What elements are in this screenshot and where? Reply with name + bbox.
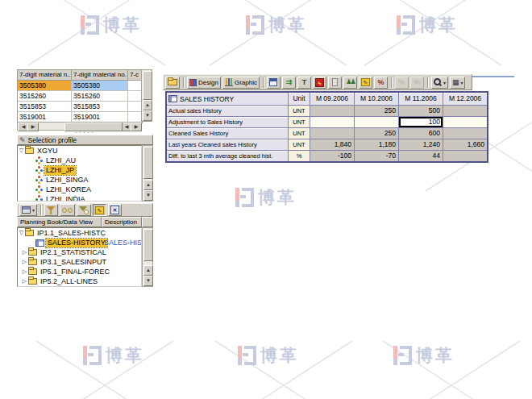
data-view-item[interactable]: SALES-HISTORYSALES-HISTORY [18,238,141,247]
calculator-button[interactable] [267,77,281,89]
grid-value-cell[interactable]: 250 [355,106,398,116]
planning-book-item[interactable]: ▷IP_ADHOC-FC-QUAN [18,286,141,287]
selection-window-button[interactable]: ▾ [19,204,37,216]
scrollbar-thumb[interactable] [143,147,153,179]
grid-value-cell[interactable] [355,117,398,127]
selection-profile-label[interactable]: LZHI_INDIA [44,195,87,202]
percent-edit-button[interactable]: % [374,77,388,89]
material-table-row[interactable]: 35053803505380 [18,81,142,91]
grid-value-cell[interactable] [443,151,487,161]
percent-copy-button[interactable]: % [395,77,409,89]
grid-row-label[interactable]: Last years Cleaned sales History [167,139,288,150]
planning-book-label[interactable]: IP5.1_FINAL-FOREC [39,268,111,276]
planning-book-label[interactable]: IP3.1_SALESINPUT [39,258,108,267]
simulation-button[interactable]: ϟ [313,77,326,89]
material-table-row[interactable]: 35152603515260 [18,91,142,102]
planning-book-label[interactable]: IP5.2_ALL-LINES [39,277,99,286]
planning-book-label[interactable]: IP_ADHOC-FC-QUAN [39,287,114,288]
material-table-vscrollbar[interactable]: ▲▼ [141,69,152,122]
grid-value-cell[interactable] [310,117,354,127]
scrollbar-thumb[interactable] [143,71,152,100]
filter-display-button[interactable] [77,204,91,216]
planning-tree-vscrollbar[interactable]: ▲▼ [142,227,153,287]
scroll-down-button[interactable]: ▼ [143,110,152,121]
grid-unit-cell[interactable]: UNT [289,128,310,139]
transfer-button[interactable]: T [297,77,311,89]
grid-value-cell[interactable] [443,106,487,116]
description-column-header[interactable]: Description [102,217,142,227]
open-button[interactable] [165,77,180,89]
grid-value-cell[interactable]: -70 [355,151,398,161]
planning-book-item[interactable]: ▷IP5.1_FINAL-FOREC [18,267,141,276]
selection-profile-label[interactable]: LZHI_KOREA [44,185,93,194]
grid-value-cell[interactable]: 100 [399,117,443,127]
planning-book-item[interactable]: ▷IP2.1_STATISTICAL [18,247,141,257]
material-column-header[interactable]: 7-digit material no. [72,70,128,81]
scroll-down-button[interactable]: ▼ [143,276,153,286]
grid-column-header[interactable]: M 12.2006 [443,93,487,105]
selection-profile-item[interactable]: LZHI_AU [18,156,141,165]
grid-column-header[interactable]: Unit [289,93,310,105]
tree-node-root[interactable]: ▽XGYU [18,146,141,156]
scroll-up-button[interactable]: ▲ [143,180,153,190]
grid-value-cell[interactable] [443,117,487,127]
material-table-row[interactable]: 35158533515853 [18,102,142,112]
grid-value-cell[interactable] [443,128,487,139]
grid-value-cell[interactable]: 1,240 [399,139,443,150]
grid-column-header[interactable]: M 10.2006 [355,93,398,105]
expanded-arrow-icon[interactable]: ▽ [18,230,25,236]
planning-book-item[interactable]: ▷IP3.1_SALESINPUT [18,257,141,267]
collaboration-button[interactable]: ♟♟ [343,77,357,89]
material-cell[interactable] [128,91,142,102]
grid-value-cell[interactable]: 1,840 [310,139,354,150]
expanded-arrow-icon[interactable]: ▽ [18,148,25,154]
grid-unit-cell[interactable]: UNT [289,106,310,116]
planning-book-label[interactable]: IP2.1_STATISTICAL [39,248,108,257]
material-cell[interactable]: 3505380 [18,81,72,91]
scroll-down-button[interactable]: ▼ [143,190,153,201]
display-button[interactable] [60,204,75,216]
scrollbar-thumb[interactable] [143,229,153,261]
eraser-button[interactable] [328,77,342,89]
grid-unit-cell[interactable]: UNT [289,117,310,127]
grid-column-header[interactable]: M 09.2006 [310,93,354,105]
collapsed-arrow-icon[interactable]: ▷ [21,268,28,275]
notes-button[interactable]: ✎ [93,204,106,216]
material-cell[interactable] [128,81,142,91]
selection-profile-item[interactable]: LZHI_INDIA [18,194,141,202]
grid-value-cell[interactable]: 44 [399,151,443,161]
graphic-button[interactable]: Graphic [222,77,260,89]
material-cell[interactable]: 3515853 [18,102,72,112]
grid-unit-cell[interactable]: % [289,151,310,161]
grid-value-cell[interactable]: -100 [310,151,354,161]
design-button[interactable]: Design [187,77,221,89]
grid-row-label[interactable]: Adjustment to Sales History [167,117,288,127]
scroll-up-button[interactable]: ▲ [143,265,153,276]
filter-button[interactable] [44,204,58,216]
data-view-label[interactable]: SALES-HISTORY [46,239,107,247]
notes-button[interactable]: ✎ [359,77,372,89]
grid-value-cell[interactable]: 1,180 [355,139,398,150]
collapsed-arrow-icon[interactable]: ▷ [21,278,28,285]
grid-value-cell[interactable] [310,106,354,116]
grid-row-label[interactable]: Diff. to last 3 mth average cleaned hist… [167,151,288,161]
material-cell[interactable]: 3515260 [18,91,72,102]
selection-profile-label[interactable]: LZHI_AU [44,156,77,165]
planning-book-label[interactable]: IP1.1_SALES-HISTC [35,229,107,238]
dropdown-arrow-icon[interactable]: ▾ [443,80,446,85]
material-cell[interactable]: 3515260 [72,91,128,102]
scroll-up-button[interactable]: ▲ [143,100,152,110]
collapsed-arrow-icon[interactable]: ▷ [21,249,28,256]
material-column-header[interactable]: 7-digit material n.. [18,70,72,81]
selection-profile-label[interactable]: LZHI_SINGA [44,176,90,185]
grid-row-label[interactable]: Cleaned Sales History [167,128,288,139]
material-column-header[interactable]: 7-c [128,70,142,81]
grid-value-cell[interactable]: 500 [399,106,443,116]
dropdown-arrow-icon[interactable]: ▾ [32,207,35,213]
grid-value-cell[interactable]: 600 [399,128,443,139]
material-cell[interactable]: 3505380 [72,81,128,91]
view-button[interactable]: ▦▾ [450,77,466,89]
selection-profile-item[interactable]: LZHI_SINGA [18,175,141,185]
copy-button[interactable]: ⇉ [282,77,296,89]
grid-value-cell[interactable] [310,128,354,139]
